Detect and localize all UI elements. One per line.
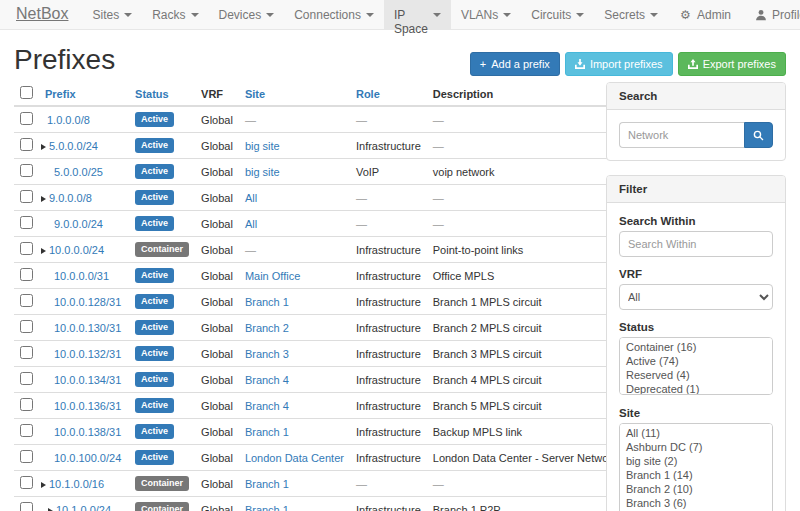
filter-option[interactable]: big site (2)	[620, 454, 772, 468]
add-prefix-button[interactable]: + Add a prefix	[470, 52, 560, 76]
role-value: Infrastructure	[350, 289, 427, 315]
table-row: 10.0.100.0/24 Active Global London Data …	[14, 445, 623, 471]
filter-option[interactable]: Branch 1 (14)	[620, 468, 772, 482]
sort-status-header[interactable]: Status	[135, 88, 169, 100]
site-link[interactable]: Branch 1	[245, 426, 289, 438]
prefix-link[interactable]: 10.0.0.136/31	[54, 400, 121, 412]
site-filter-select[interactable]: All (11)Ashburn DC (7)big site (2)Branch…	[619, 423, 773, 511]
row-checkbox[interactable]	[20, 502, 33, 511]
site-link[interactable]: All	[245, 192, 257, 204]
site-cell: Branch 4	[239, 367, 350, 393]
navbar-item[interactable]: Sites	[82, 0, 142, 29]
row-checkbox[interactable]	[20, 138, 33, 151]
site-cell: Branch 1	[239, 289, 350, 315]
row-checkbox[interactable]	[20, 268, 33, 281]
prefix-link[interactable]: 10.0.0.0/24	[49, 244, 104, 256]
navbar-item-label: Circuits	[531, 8, 571, 22]
row-checkbox[interactable]	[20, 216, 33, 229]
sort-site-header[interactable]: Site	[245, 88, 265, 100]
site-link[interactable]: All	[245, 218, 257, 230]
prefix-link[interactable]: 10.0.0.138/31	[54, 426, 121, 438]
navbar-item[interactable]: Secrets	[594, 0, 668, 29]
navbar-item[interactable]: VLANs	[451, 0, 521, 29]
vrf-value: Global	[195, 159, 239, 185]
row-checkbox[interactable]	[20, 294, 33, 307]
site-link[interactable]: Branch 4	[245, 400, 289, 412]
prefix-link[interactable]: 9.0.0.0/8	[49, 192, 92, 204]
filter-option[interactable]: Branch 3 (6)	[620, 496, 772, 510]
vrf-filter-select[interactable]: All	[619, 284, 773, 310]
prefix-link[interactable]: 10.0.0.128/31	[54, 296, 121, 308]
site-link[interactable]: big site	[245, 140, 280, 152]
chevron-down-icon	[433, 13, 441, 17]
expand-arrow-icon[interactable]	[41, 196, 46, 202]
site-link[interactable]: Main Office	[245, 270, 300, 282]
expand-arrow-icon[interactable]	[41, 482, 46, 488]
description-value: Branch 4 MPLS circuit	[427, 367, 624, 393]
navbar-item[interactable]: IP Space	[384, 0, 451, 29]
search-input[interactable]	[619, 122, 744, 148]
row-checkbox[interactable]	[20, 320, 33, 333]
site-link[interactable]: Branch 2	[245, 322, 289, 334]
prefix-link[interactable]: 1.0.0.0/8	[47, 114, 90, 126]
search-within-input[interactable]	[619, 231, 773, 257]
expand-arrow-icon[interactable]	[48, 508, 53, 511]
prefix-link[interactable]: 9.0.0.0/24	[54, 218, 103, 230]
sort-role-header[interactable]: Role	[356, 88, 380, 100]
site-link[interactable]: big site	[245, 166, 280, 178]
row-checkbox[interactable]	[20, 398, 33, 411]
site-link[interactable]: Branch 1	[245, 296, 289, 308]
prefix-link[interactable]: 10.0.100.0/24	[54, 452, 121, 464]
app-logo[interactable]: NetBox	[0, 0, 82, 29]
site-link[interactable]: Branch 4	[245, 374, 289, 386]
prefix-link[interactable]: 10.0.0.130/31	[54, 322, 121, 334]
filter-option[interactable]: Container (16)	[620, 340, 772, 354]
site-link[interactable]: Branch 3	[245, 348, 289, 360]
row-checkbox[interactable]	[20, 164, 33, 177]
navbar-item[interactable]: Connections	[284, 0, 384, 29]
expand-arrow-icon[interactable]	[41, 248, 46, 254]
prefix-link[interactable]: 10.0.0.0/31	[54, 270, 109, 282]
row-checkbox[interactable]	[20, 112, 33, 125]
row-checkbox[interactable]	[20, 424, 33, 437]
import-prefixes-button[interactable]: Import prefixes	[565, 52, 673, 76]
prefix-link[interactable]: 10.0.0.132/31	[54, 348, 121, 360]
prefix-link[interactable]: 5.0.0.0/25	[54, 166, 103, 178]
filter-option[interactable]: Deprecated (1)	[620, 382, 772, 395]
row-checkbox[interactable]	[20, 242, 33, 255]
row-checkbox[interactable]	[20, 372, 33, 385]
site-cell: Branch 1	[239, 419, 350, 445]
search-button[interactable]	[744, 122, 773, 148]
table-row: 10.0.0.136/31 Active Global Branch 4 Inf…	[14, 393, 623, 419]
row-checkbox[interactable]	[20, 476, 33, 489]
filter-option[interactable]: Reserved (4)	[620, 368, 772, 382]
prefix-link[interactable]: 5.0.0.0/24	[49, 140, 98, 152]
filter-option[interactable]: All (11)	[620, 426, 772, 440]
prefix-link[interactable]: 10.1.0.0/16	[49, 478, 104, 490]
site-link[interactable]: London Data Center	[245, 452, 344, 464]
expand-arrow-icon[interactable]	[41, 144, 46, 150]
select-all-checkbox[interactable]	[20, 86, 33, 99]
navbar-item[interactable]: Circuits	[521, 0, 594, 29]
site-link[interactable]: Branch 1	[245, 504, 289, 511]
sort-prefix-header[interactable]: Prefix	[45, 88, 76, 100]
description-value: Branch 1 P2P	[427, 497, 624, 511]
navbar-item[interactable]: Racks	[142, 0, 208, 29]
site-link[interactable]: Branch 1	[245, 478, 289, 490]
profile-link[interactable]: Profile	[743, 8, 800, 22]
navbar-item-label: Devices	[219, 8, 262, 22]
prefix-link[interactable]: 10.0.0.134/31	[54, 374, 121, 386]
vrf-value: Global	[195, 106, 239, 133]
export-prefixes-button[interactable]: Export prefixes	[678, 52, 786, 76]
admin-link[interactable]: ⚙ Admin	[668, 8, 743, 22]
navbar-item[interactable]: Devices	[209, 0, 285, 29]
row-checkbox[interactable]	[20, 346, 33, 359]
status-filter-select[interactable]: Container (16)Active (74)Reserved (4)Dep…	[619, 337, 773, 395]
filter-option[interactable]: Branch 2 (10)	[620, 482, 772, 496]
row-checkbox[interactable]	[20, 450, 33, 463]
row-checkbox[interactable]	[20, 190, 33, 203]
prefix-link[interactable]: 10.1.0.0/24	[56, 504, 111, 511]
filter-option[interactable]: Active (74)	[620, 354, 772, 368]
filter-option[interactable]: Ashburn DC (7)	[620, 440, 772, 454]
import-prefixes-label: Import prefixes	[590, 58, 663, 70]
